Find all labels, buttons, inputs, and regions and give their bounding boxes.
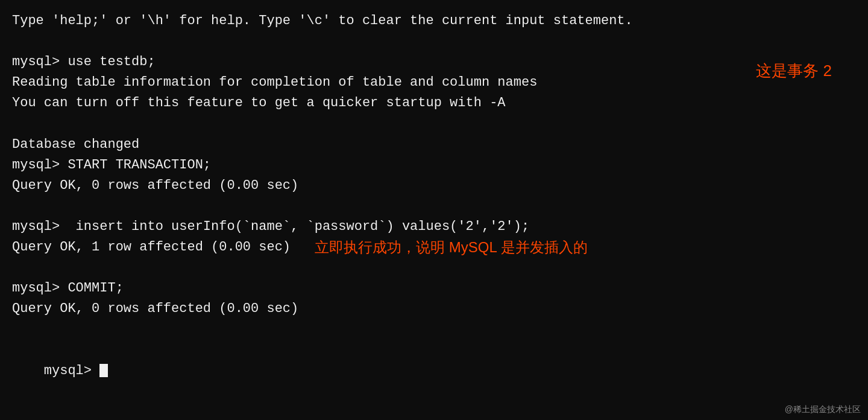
terminal-line-5: You can turn off this feature to get a q… xyxy=(12,93,537,113)
annotation-concurrent-insert: 立即执行成功，说明 MySQL 是并发插入的 xyxy=(315,238,587,257)
terminal-line-group-1: Reading table information for completion… xyxy=(12,72,537,113)
terminal: Type 'help;' or '\h' for help. Type '\c'… xyxy=(0,0,868,420)
terminal-line-12: Query OK, 1 row affected (0.00 sec) xyxy=(12,237,291,258)
terminal-line-1: Type 'help;' or '\h' for help. Type '\c'… xyxy=(12,11,856,31)
terminal-prompt-final[interactable]: mysql> xyxy=(12,340,856,402)
terminal-line-15: Query OK, 0 rows affected (0.00 sec) xyxy=(12,299,856,319)
annotation-transaction-2: 这是事务 2 xyxy=(756,60,832,81)
terminal-cursor xyxy=(99,364,108,377)
terminal-line-7: Database changed xyxy=(12,135,856,155)
terminal-line-13 xyxy=(12,258,856,278)
terminal-line-2 xyxy=(12,31,856,52)
terminal-line-16 xyxy=(12,319,856,340)
terminal-line-8: mysql> START TRANSACTION; xyxy=(12,155,856,176)
terminal-line-6 xyxy=(12,113,856,134)
terminal-line-4: Reading table information for completion… xyxy=(12,72,537,93)
terminal-annotation-row-2: Query OK, 1 row affected (0.00 sec) 立即执行… xyxy=(12,237,856,258)
terminal-line-11: mysql> insert into userInfo(`name`, `pas… xyxy=(12,217,856,237)
mysql-prompt-text: mysql> xyxy=(44,363,99,378)
terminal-line-10 xyxy=(12,196,856,217)
watermark: @稀土掘金技术社区 xyxy=(785,404,861,415)
terminal-line-9: Query OK, 0 rows affected (0.00 sec) xyxy=(12,176,856,196)
terminal-line-14: mysql> COMMIT; xyxy=(12,278,856,299)
terminal-annotation-row-1: Reading table information for completion… xyxy=(12,72,856,113)
terminal-line-3: mysql> use testdb; xyxy=(12,52,856,72)
